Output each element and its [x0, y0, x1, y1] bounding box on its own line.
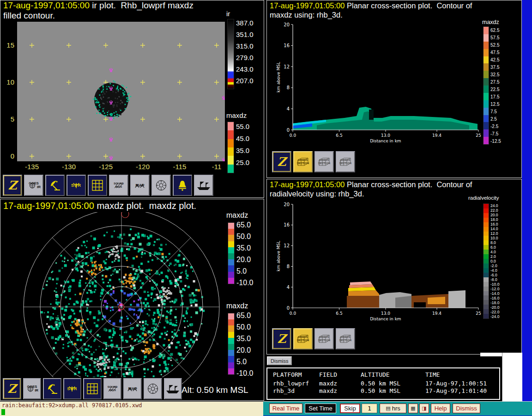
colorbar-segment	[484, 78, 489, 86]
colorbar-maxdz-2	[228, 313, 235, 375]
toolbar-button-goes-ir[interactable]: GOESIR	[24, 175, 43, 196]
toolbar-button-goes-ir[interactable]: GOESIR	[23, 378, 42, 399]
terminal-window[interactable]: rain:beaufait:92>xdump.all 970817.0105.x…	[0, 401, 263, 416]
toolbar-button-cross-section[interactable]: CROSSSECTION	[293, 151, 313, 172]
toolbar-button-ship[interactable]	[164, 378, 182, 399]
hrs-button[interactable]: ▤hrs	[380, 404, 406, 413]
real-time-button[interactable]: Real Time	[269, 404, 302, 413]
svg-text:12: 12	[284, 64, 290, 69]
toolbar-button-ship[interactable]	[194, 175, 213, 196]
svg-text:19.4: 19.4	[432, 133, 441, 138]
colorbar-segment	[228, 313, 234, 319]
toggle-icon: ◨	[422, 405, 426, 411]
ppi-toolbar: ZGOESIRSURSOUNDINGSMAP	[1, 377, 182, 400]
table-cell: 0.50 km MSL	[361, 380, 400, 387]
colorbar-tick: 14.0	[490, 226, 498, 231]
toolbar-button-azimuth-rings[interactable]	[151, 175, 171, 196]
colorbar-title: maxdz	[482, 19, 499, 25]
ir-map-plot[interactable]	[17, 22, 225, 161]
colorbar-segment	[484, 27, 489, 34]
colorbar-ir-ticks: 387.0351.0315.0279.0243.0207.0	[236, 19, 263, 89]
toolbar-button-zebra-logo[interactable]: Z	[3, 378, 21, 399]
toolbar-button-cross-section[interactable]: CROSSSECTION	[314, 151, 334, 172]
radar-dish-icon	[46, 382, 59, 395]
svg-text:km above MSL: km above MSL	[276, 62, 281, 92]
toolbar-button-soundings[interactable]: SOUNDINGS	[109, 175, 128, 196]
skip-value-input[interactable]	[362, 404, 377, 413]
toolbar-button-map[interactable]: MAP	[130, 175, 150, 196]
window-title: 17-aug-1997,01:05:00 maxdz plot. maxdz p…	[3, 201, 196, 211]
ppi-radar-plot[interactable]	[1, 212, 226, 389]
svg-text:km above MSL: km above MSL	[276, 241, 281, 271]
svg-text:6.5: 6.5	[336, 133, 342, 138]
colorbar-tick: -24.0	[490, 314, 499, 319]
toolbar-button-cross-section[interactable]: CROSSSECTION	[336, 328, 355, 349]
cross-section-velocity-window: 17-aug-1997,01:05:00 Planar cross-sectio…	[266, 179, 522, 355]
toolbar-button-soundings[interactable]: SOUNDINGS	[103, 378, 122, 399]
toolbar-button-zebra-logo[interactable]: Z	[272, 151, 291, 172]
window-title: 17-aug-1997,01:05:00 Planar cross-sectio…	[270, 180, 472, 189]
toolbar-button-surveillance[interactable]: SUR	[63, 378, 82, 399]
colorbar-tick: 351.0	[236, 31, 254, 38]
colorbar-tick: 2.5	[490, 116, 497, 122]
toolbar-button-radar-dish[interactable]	[43, 378, 61, 399]
window-title: 17-aug-1997,01:05:00 Planar cross-sectio…	[270, 1, 472, 10]
window-title-line2: maxdz using: rhb_3d.	[270, 11, 343, 19]
help-label: Help	[435, 405, 447, 412]
toolbar-button-cross-section[interactable]: CROSSSECTION	[293, 328, 313, 349]
colorbar-segment	[484, 122, 489, 129]
step-calendar-button[interactable]: ▦	[408, 404, 418, 413]
cube-icon	[339, 157, 351, 166]
colorbar-segment	[228, 253, 234, 259]
globe-icon	[28, 386, 36, 392]
colorbar-segment	[484, 42, 489, 49]
cross-section-plot[interactable]: 2016128400.06.513.019.425Distance in kmk…	[275, 201, 481, 322]
toolbar-button-zebra-logo[interactable]: Z	[3, 175, 22, 196]
scrollbar-vertical[interactable]	[502, 353, 522, 407]
colorbar-maxdz-ticks: 55.045.035.025.0	[236, 122, 263, 173]
colorbar-segment	[484, 208, 489, 213]
toolbar-button-cross-section[interactable]: CROSSSECTION	[336, 151, 355, 172]
cube-icon	[297, 157, 309, 166]
dismiss-window-button[interactable]: Dismiss	[267, 356, 292, 365]
colorbar-title-maxdz: maxdz	[226, 111, 247, 119]
colorbar-tick: 37.5	[490, 65, 499, 70]
colorbar-tick: -2.5	[490, 124, 498, 129]
svg-text:13.0: 13.0	[381, 311, 390, 316]
colorbar-tick: 387.0	[236, 19, 254, 27]
dismiss-button[interactable]: Dismiss	[453, 404, 480, 413]
platform-status-table: PLATFORMFIELDALTITUDETIMErhb_lowprfmaxdz…	[266, 367, 500, 400]
colorbar-tick: 45.0	[236, 135, 249, 142]
colorbar-segment	[484, 273, 489, 277]
toolbar-button-surveillance[interactable]: SUR	[66, 175, 86, 196]
toolbar-button-grid[interactable]	[83, 378, 102, 399]
title-text: Planar cross-section plot. Contour of	[345, 180, 472, 189]
cross-section-plot[interactable]: 2016128400.06.513.019.425Distance in kmk…	[275, 21, 481, 144]
colorbar-tick: 52.5	[490, 43, 499, 48]
toolbar-button-grid[interactable]	[88, 175, 107, 196]
cross-section-toolbar: ZCROSSSECTIONCROSSSECTIONCROSSSECTION	[271, 327, 383, 350]
toolbar-button-zebra-logo[interactable]: Z	[272, 328, 291, 349]
colorbar-maxdz-2-ticks: 65.050.035.020.05.0-10.0	[236, 313, 263, 375]
table-header-cell: ALTITUDE	[361, 371, 390, 378]
colorbar-segment	[228, 368, 234, 374]
toolbar-button-cross-section[interactable]: CROSSSECTION	[314, 328, 334, 349]
title-timestamp: 17-aug-1997,01:05:00	[3, 0, 90, 10]
colorbar-segment	[228, 229, 234, 235]
skip-button[interactable]: Skip	[340, 404, 360, 413]
set-time-button[interactable]: Set Time	[305, 404, 336, 413]
help-button[interactable]: Help	[431, 404, 450, 413]
toolbar-button-map[interactable]: MAP	[123, 378, 142, 399]
axis-tick-label: 0	[11, 152, 14, 160]
step-toggle-button[interactable]: ◨	[419, 404, 429, 413]
colorbar-tick: -20.0	[490, 305, 499, 310]
calendar-icon: ▦	[411, 405, 415, 411]
toolbar-button-azimuth-rings[interactable]	[144, 378, 162, 399]
colorbar-segment	[484, 137, 489, 144]
toolbar-button-bell[interactable]	[173, 175, 192, 196]
svg-text:13.0: 13.0	[381, 133, 390, 138]
skewt-icon	[108, 385, 118, 392]
colorbar-segment	[484, 259, 489, 263]
colorbar-tick: 315.0	[236, 42, 254, 50]
toolbar-button-radar-dish[interactable]	[45, 175, 65, 196]
